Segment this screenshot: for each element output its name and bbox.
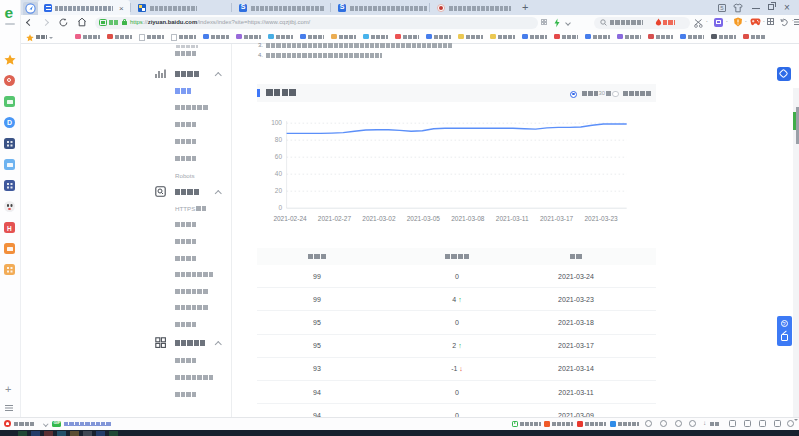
svg-text:100: 100 [271,119,282,126]
svg-text:20: 20 [275,187,283,194]
svg-text:2021-03-23: 2021-03-23 [584,215,618,222]
svg-text:2021-03-05: 2021-03-05 [407,215,441,222]
svg-text:2021-03-02: 2021-03-02 [362,215,396,222]
svg-text:60: 60 [275,153,283,160]
svg-text:2021-03-17: 2021-03-17 [540,215,574,222]
svg-text:2021-03-08: 2021-03-08 [451,215,485,222]
svg-text:40: 40 [275,170,283,177]
svg-text:0: 0 [278,204,282,211]
svg-text:2021-02-27: 2021-02-27 [318,215,352,222]
svg-text:2021-03-11: 2021-03-11 [496,215,529,222]
svg-text:2021-02-24: 2021-02-24 [273,215,307,222]
svg-text:80: 80 [275,136,283,143]
